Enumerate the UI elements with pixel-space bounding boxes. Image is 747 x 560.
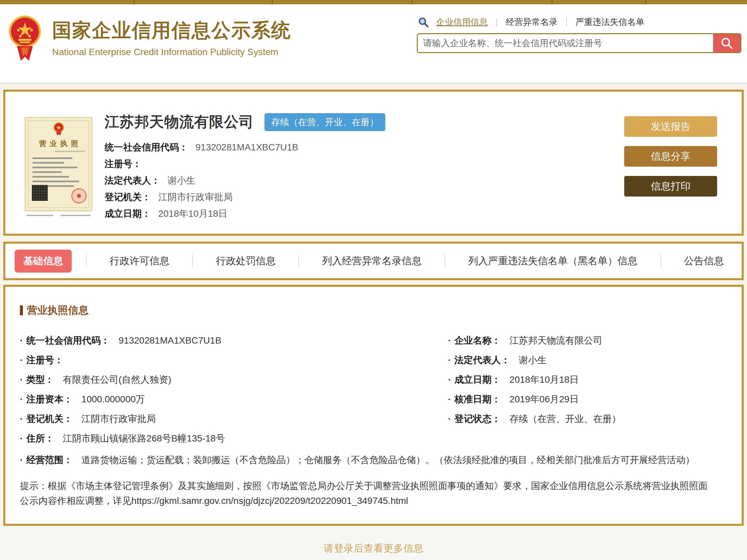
send-report-button[interactable]: 发送报告: [624, 116, 717, 137]
row-label: 经营范围：: [26, 454, 73, 466]
search-input[interactable]: [418, 34, 740, 52]
tab-abnormal-operation-list[interactable]: 列入经营异常名录信息: [314, 250, 431, 273]
row-company-name: 企业名称： 江苏邦天物流有限公司: [448, 331, 727, 350]
tab-administrative-penalty[interactable]: 行政处罚信息: [207, 250, 284, 273]
topbar-segment: [552, 0, 646, 4]
license-line: [32, 157, 72, 159]
search-icon: [720, 36, 733, 50]
row-label: 核准日期：: [454, 393, 501, 406]
company-summary-card: 营业执照 江苏邦天物流有限公司 存续（在营、开业、在册） 统一社会信用代码：: [3, 90, 744, 236]
brand: 国家企业信用信息公示系统 National Enterprise Credit …: [8, 14, 291, 64]
field-value: 江阴市行政审批局: [158, 191, 233, 203]
row-label: 类型：: [26, 374, 54, 386]
row-label: 企业名称：: [454, 334, 501, 347]
company-name: 江苏邦天物流有限公司: [105, 112, 254, 132]
tab-administrative-license[interactable]: 行政许可信息: [101, 250, 178, 273]
company-details: 江苏邦天物流有限公司 存续（在营、开业、在册） 统一社会信用代码： 913202…: [105, 92, 385, 234]
tab-bar: 基础信息 行政许可信息 行政处罚信息 列入经营异常名录信息 列入严重违法失信名单…: [3, 241, 744, 280]
title-block: 国家企业信用信息公示系统 National Enterprise Credit …: [52, 14, 291, 57]
status-badge: 存续（在营、开业、在册）: [264, 113, 385, 131]
tab-divider: [192, 255, 193, 267]
share-info-button[interactable]: 信息分享: [624, 146, 717, 167]
license-line: [32, 167, 77, 168]
field-label: 法定代表人：: [105, 174, 160, 187]
field-registration-authority: 登记机关： 江阴市行政审批局: [105, 189, 385, 205]
actions-column: 发送报告 信息分享 信息打印: [624, 92, 717, 234]
tab-serious-violation-blacklist[interactable]: 列入严重违法失信名单（黑名单）信息: [460, 250, 646, 273]
tab-divider: [86, 255, 86, 267]
row-credit-code: 统一社会信用代码： 91320281MA1XBC7U1B: [20, 331, 448, 350]
license-emblem-icon: [52, 122, 65, 136]
tab-divider: [661, 255, 661, 267]
field-credit-code: 统一社会信用代码： 91320281MA1XBC7U1B: [105, 139, 385, 156]
row-value: 道路货物运输；货运配载；装卸搬运（不含危险品）；仓储服务（不含危险品仓储）。（依…: [81, 454, 695, 466]
search-icon: [418, 17, 429, 28]
row-label: 成立日期：: [454, 374, 501, 386]
tab-divider: [445, 255, 445, 267]
section-title: 营业执照信息: [27, 303, 88, 317]
license-line: [32, 162, 64, 164]
row-address: 住所： 江阴市顾山镇锡张路268号B幢135-18号: [20, 429, 448, 448]
main-area: 营业执照 江苏邦天物流有限公司 存续（在营、开业、在册） 统一社会信用代码：: [0, 84, 747, 560]
license-line: [32, 171, 62, 173]
field-value: 91320281MA1XBC7U1B: [196, 142, 298, 153]
row-approval-date: 核准日期： 2019年06月29日: [448, 389, 727, 409]
topbar-segment: [0, 0, 135, 4]
search-bar: [417, 33, 741, 53]
license-info-grid: 统一社会信用代码： 91320281MA1XBC7U1B 注册号： 类型： 有限…: [20, 331, 727, 448]
row-label: 法定代表人：: [454, 354, 510, 366]
row-label: 统一社会信用代码：: [26, 334, 110, 347]
search-button[interactable]: [713, 34, 740, 52]
header-nav: 企业信用信息 经营异常名录 严重违法失信名单: [418, 16, 741, 28]
section-header: 营业执照信息: [20, 303, 727, 317]
license-line: [32, 176, 69, 178]
field-label: 注册号：: [105, 158, 142, 170]
field-value: 2018年10月18日: [158, 207, 228, 220]
license-line: [55, 151, 85, 152]
field-label: 成立日期：: [105, 207, 151, 220]
business-license-thumbnail[interactable]: 营业执照: [25, 117, 93, 211]
field-establish-date: 成立日期： 2018年10月18日: [105, 205, 385, 222]
row-label: 住所：: [26, 432, 54, 445]
license-thumb-title: 营业执照: [26, 139, 91, 149]
header-right: 企业信用信息 经营异常名录 严重违法失信名单: [417, 16, 741, 53]
nav-link-serious-violation-list[interactable]: 严重违法失信名单: [567, 16, 653, 28]
row-value: 2019年06月29日: [509, 393, 579, 406]
license-qr-code: [32, 185, 48, 201]
page-header: 国家企业信用信息公示系统 National Enterprise Credit …: [0, 4, 747, 83]
row-value: 1000.000000万: [81, 393, 145, 406]
login-prompt-text: 请登录后查看更多信息: [324, 543, 423, 554]
row-label: 登记状态：: [454, 413, 501, 425]
row-registered-capital: 注册资本： 1000.000000万: [20, 389, 448, 409]
tab-divider: [298, 255, 299, 267]
topbar-segment: [412, 0, 552, 4]
row-business-scope: 经营范围： 道路货物运输；货运配载；装卸搬运（不含危险品）；仓储服务（不含危险品…: [20, 450, 727, 470]
row-registration-number: 注册号：: [20, 350, 448, 370]
nav-link-enterprise-credit[interactable]: 企业信用信息: [436, 16, 496, 28]
row-company-type: 类型： 有限责任公司(自然人独资): [20, 370, 448, 389]
row-value: 江苏邦天物流有限公司: [509, 334, 602, 347]
row-value: 2018年10月18日: [509, 374, 579, 386]
section-bar-icon: [20, 305, 23, 315]
site-subtitle: National Enterprise Credit Information P…: [52, 47, 291, 57]
nav-link-abnormal-list[interactable]: 经营异常名录: [497, 16, 566, 28]
row-registration-authority: 登记机关： 江阴市行政审批局: [20, 409, 448, 429]
tab-announcement-info[interactable]: 公告信息: [675, 250, 732, 273]
row-label: 注册资本：: [26, 393, 73, 406]
site-title: 国家企业信用信息公示系统: [52, 18, 291, 44]
tab-basic-info[interactable]: 基础信息: [15, 250, 72, 273]
license-line: [27, 215, 53, 216]
info-column-left: 统一社会信用代码： 91320281MA1XBC7U1B 注册号： 类型： 有限…: [20, 331, 448, 448]
row-establish-date: 成立日期： 2018年10月18日: [448, 370, 727, 389]
row-legal-representative: 法定代表人： 谢小生: [448, 350, 727, 370]
row-value: 91320281MA1XBC7U1B: [119, 335, 221, 346]
field-label: 统一社会信用代码：: [105, 141, 188, 154]
license-info-card: 营业执照信息 统一社会信用代码： 91320281MA1XBC7U1B 注册号：…: [3, 285, 744, 526]
field-label: 登记机关：: [105, 191, 151, 203]
row-label: 注册号：: [26, 354, 63, 366]
print-info-button[interactable]: 信息打印: [624, 176, 717, 197]
footer-area: 请登录后查看更多信息: [0, 526, 747, 560]
field-registration-number: 注册号：: [105, 156, 385, 172]
field-legal-representative: 法定代表人： 谢小生: [105, 172, 385, 189]
company-head: 江苏邦天物流有限公司 存续（在营、开业、在册）: [105, 112, 385, 132]
